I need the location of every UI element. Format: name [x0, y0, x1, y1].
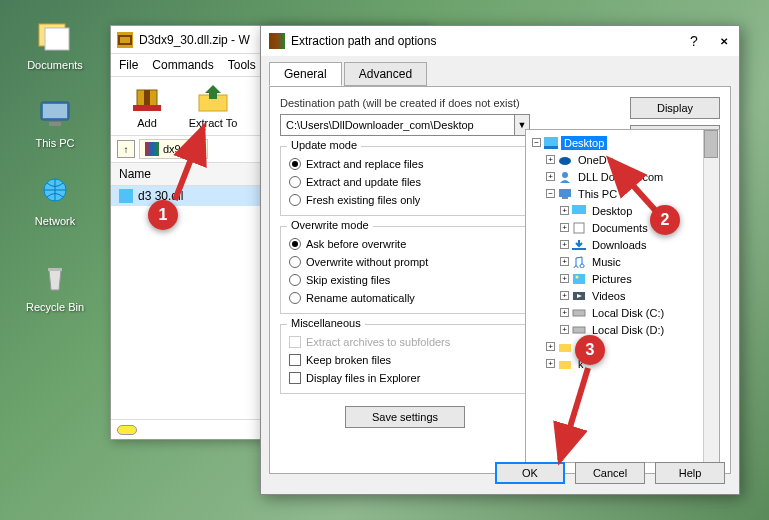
svg-rect-20 — [574, 223, 584, 233]
scrollbar-thumb[interactable] — [704, 130, 718, 158]
collapse-icon[interactable]: − — [532, 138, 541, 147]
dialog-title: Extraction path and options — [291, 34, 436, 48]
svg-line-31 — [560, 368, 588, 460]
expand-icon[interactable]: + — [560, 223, 569, 232]
destination-label: Destination path (will be created if doe… — [280, 97, 530, 109]
checkbox-icon — [289, 372, 301, 384]
overwrite-mode-group: Overwrite mode Ask before overwrite Over… — [280, 226, 530, 314]
svg-rect-17 — [559, 189, 571, 197]
annotation-3: 3 — [575, 335, 605, 365]
expand-icon[interactable]: + — [546, 342, 555, 351]
save-settings-button[interactable]: Save settings — [345, 406, 465, 428]
update-mode-group: Update mode Extract and replace files Ex… — [280, 146, 530, 216]
desktop-icon-label: Documents — [20, 59, 90, 71]
tab-general[interactable]: General — [269, 62, 342, 86]
radio-extract-update[interactable]: Extract and update files — [289, 173, 521, 191]
tree-videos[interactable]: Videos — [589, 289, 628, 303]
desktop-icon-network[interactable]: Network — [20, 172, 90, 227]
radio-fresh-existing[interactable]: Fresh existing files only — [289, 191, 521, 209]
menu-file[interactable]: File — [119, 58, 138, 72]
expand-icon[interactable]: + — [560, 274, 569, 283]
radio-overwrite-noprompt[interactable]: Overwrite without prompt — [289, 253, 521, 271]
desktop-icon-label: This PC — [20, 137, 90, 149]
chk-keep-broken[interactable]: Keep broken files — [289, 351, 521, 369]
user-icon — [558, 171, 572, 183]
expand-icon[interactable]: + — [560, 206, 569, 215]
desktop-icon-thispc[interactable]: This PC — [20, 94, 90, 149]
display-button[interactable]: Display — [630, 97, 720, 119]
radio-ask-before[interactable]: Ask before overwrite — [289, 235, 521, 253]
expand-icon[interactable]: + — [546, 155, 555, 164]
column-name: Name — [119, 167, 151, 181]
svg-rect-26 — [573, 327, 585, 333]
desktop-icon-recycle[interactable]: Recycle Bin — [20, 258, 90, 313]
radio-icon — [289, 256, 301, 268]
extract-icon — [195, 83, 231, 115]
svg-rect-19 — [572, 205, 586, 214]
svg-rect-1 — [45, 28, 69, 50]
tree-localc[interactable]: Local Disk (C:) — [589, 306, 667, 320]
menu-commands[interactable]: Commands — [152, 58, 213, 72]
group-label: Miscellaneous — [287, 317, 365, 329]
archive-icon — [145, 142, 159, 156]
svg-rect-25 — [573, 310, 585, 316]
annotation-arrow-1 — [165, 120, 215, 210]
documents-icon — [572, 222, 586, 234]
collapse-icon[interactable]: − — [546, 189, 555, 198]
svg-point-23 — [576, 275, 579, 278]
tree-desktop[interactable]: Desktop — [561, 136, 607, 150]
svg-rect-8 — [120, 37, 130, 43]
chk-extract-subfolders[interactable]: Extract archives to subfolders — [289, 333, 521, 351]
tab-advanced[interactable]: Advanced — [344, 62, 427, 86]
updir-button[interactable]: ↑ — [117, 140, 135, 158]
expand-icon[interactable]: + — [560, 325, 569, 334]
music-icon — [572, 256, 586, 268]
scrollbar[interactable] — [703, 130, 719, 462]
winrar-icon — [117, 32, 133, 48]
expand-icon[interactable]: + — [560, 240, 569, 249]
group-label: Update mode — [287, 139, 361, 151]
recycle-icon — [35, 258, 75, 298]
documents-icon — [35, 16, 75, 56]
radio-icon — [289, 274, 301, 286]
tree-music[interactable]: Music — [589, 255, 624, 269]
tree-documents[interactable]: Documents — [589, 221, 651, 235]
tree-downloads[interactable]: Downloads — [589, 238, 649, 252]
svg-line-29 — [175, 128, 203, 200]
help-icon[interactable]: ? — [687, 34, 701, 48]
extraction-dialog: Extraction path and options ? ✕ General … — [260, 25, 740, 495]
add-label: Add — [137, 117, 157, 129]
svg-rect-21 — [572, 248, 586, 250]
dialog-titlebar[interactable]: Extraction path and options ? ✕ — [261, 26, 739, 56]
radio-skip-existing[interactable]: Skip existing files — [289, 271, 521, 289]
disk-icon — [572, 307, 586, 319]
chk-display-explorer[interactable]: Display files in Explorer — [289, 369, 521, 387]
checkbox-icon — [289, 336, 301, 348]
expand-icon[interactable]: + — [560, 291, 569, 300]
dll-file-icon — [119, 189, 133, 203]
svg-rect-11 — [133, 105, 161, 111]
expand-icon[interactable]: + — [560, 308, 569, 317]
tree-pictures[interactable]: Pictures — [589, 272, 635, 286]
radio-extract-replace[interactable]: Extract and replace files — [289, 155, 521, 173]
network-icon — [35, 172, 75, 212]
tree-locald[interactable]: Local Disk (D:) — [589, 323, 667, 337]
winrar-icon — [269, 33, 285, 49]
help-button[interactable]: Help — [655, 462, 725, 484]
menu-tools[interactable]: Tools — [228, 58, 256, 72]
thispc-icon — [35, 94, 75, 134]
svg-rect-22 — [573, 274, 585, 284]
expand-icon[interactable]: + — [560, 257, 569, 266]
svg-rect-14 — [544, 146, 558, 149]
close-icon[interactable]: ✕ — [717, 34, 731, 48]
destination-path-input[interactable] — [280, 114, 515, 136]
videos-icon — [572, 290, 586, 302]
svg-rect-13 — [544, 137, 558, 146]
expand-icon[interactable]: + — [546, 172, 555, 181]
desktop-icon — [544, 137, 558, 149]
desktop-icon-documents[interactable]: Documents — [20, 16, 90, 71]
group-label: Overwrite mode — [287, 219, 373, 231]
thispc-icon — [558, 188, 572, 200]
radio-rename-auto[interactable]: Rename automatically — [289, 289, 521, 307]
add-icon — [129, 83, 165, 115]
